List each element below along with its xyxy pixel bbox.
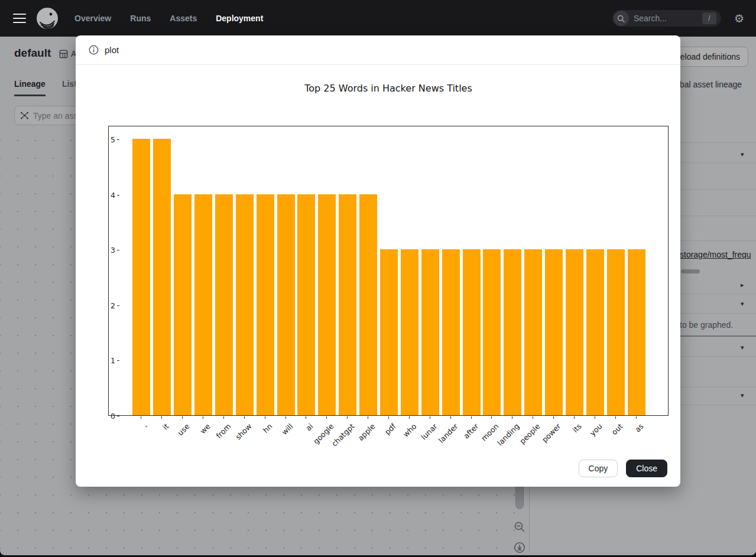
x-tick-label: power xyxy=(540,422,563,444)
x-tick-label: landing xyxy=(496,422,521,447)
plot-dialog: plot Top 25 Words in Hacker News Titles … xyxy=(76,35,680,487)
copy-button[interactable]: Copy xyxy=(579,460,618,477)
x-tick-mark xyxy=(471,416,472,419)
x-tick-label: lunar xyxy=(419,422,439,441)
x-tick-mark xyxy=(512,416,512,419)
y-tick-mark xyxy=(117,416,119,416)
x-tick-mark xyxy=(553,416,554,419)
bar-people xyxy=(524,249,542,415)
bar-landing xyxy=(504,249,521,415)
search-icon xyxy=(614,11,629,26)
x-tick-label: apple xyxy=(356,422,377,442)
x-tick-label: will xyxy=(280,422,294,437)
x-tick-label: we xyxy=(198,422,212,435)
plot-dialog-header: plot xyxy=(76,35,680,65)
bar-google xyxy=(318,194,336,415)
bar-its xyxy=(566,249,583,415)
x-tick-mark xyxy=(491,416,492,419)
plot-dialog-footer: Copy Close xyxy=(579,460,667,477)
bar-we xyxy=(194,194,212,415)
x-tick-mark xyxy=(141,416,141,419)
bar-out xyxy=(607,249,625,415)
bar-chatgpt xyxy=(339,194,356,415)
x-tick-label: who xyxy=(401,422,418,439)
x-tick-label: it xyxy=(161,422,171,432)
x-tick-label: show xyxy=(233,422,253,441)
bar-will xyxy=(277,194,295,415)
x-tick-label: its xyxy=(570,422,583,434)
bar-lunar xyxy=(421,249,439,415)
bar-- xyxy=(132,139,150,415)
x-tick-label: pdf xyxy=(383,422,398,437)
x-tick-label: as xyxy=(633,422,645,434)
x-tick-label: out xyxy=(609,422,624,437)
x-tick-mark xyxy=(636,416,637,419)
x-tick-mark xyxy=(388,416,389,419)
bar-moon xyxy=(483,249,501,415)
x-tick-label: chatgpt xyxy=(330,422,356,448)
x-tick-mark xyxy=(285,416,286,419)
x-tick-mark xyxy=(368,416,368,419)
nav-item-deployment[interactable]: Deployment xyxy=(216,14,263,23)
plot-dialog-title: plot xyxy=(105,45,119,55)
global-search-input[interactable]: Search... / xyxy=(612,10,721,27)
bar-as xyxy=(628,249,645,415)
nav-item-runs[interactable]: Runs xyxy=(130,14,151,23)
x-tick-mark xyxy=(450,416,451,419)
nav-items: OverviewRunsAssetsDeployment xyxy=(74,14,263,23)
x-tick-mark xyxy=(347,416,348,419)
x-tick-mark xyxy=(244,416,245,419)
x-tick-label: use xyxy=(176,422,192,437)
menu-icon[interactable] xyxy=(13,14,26,23)
bar-pdf xyxy=(380,249,398,415)
nav-item-overview[interactable]: Overview xyxy=(74,14,111,23)
bar-from xyxy=(215,194,233,415)
settings-gear-icon[interactable]: ⚙ xyxy=(734,13,744,24)
x-tick-mark xyxy=(409,416,410,419)
x-tick-mark xyxy=(595,416,595,419)
bar-after xyxy=(463,249,481,415)
plot-figure: Top 25 Words in Hacker News Titles 01234… xyxy=(76,65,680,455)
x-tick-label: after xyxy=(462,422,481,441)
bar-apple xyxy=(359,194,377,415)
bar-show xyxy=(236,194,254,415)
x-tick-mark xyxy=(615,416,616,419)
bar-ai xyxy=(297,194,315,415)
x-tick-label: people xyxy=(518,422,542,446)
x-tick-mark xyxy=(574,416,575,419)
x-tick-label: - xyxy=(142,422,150,430)
x-tick-mark xyxy=(533,416,533,419)
x-tick-label: hn xyxy=(261,422,274,435)
x-tick-mark xyxy=(306,416,306,419)
search-shortcut-chip: / xyxy=(702,12,716,24)
nav-item-assets[interactable]: Assets xyxy=(170,14,197,23)
x-tick-mark xyxy=(203,416,203,419)
close-button[interactable]: Close xyxy=(626,460,667,477)
bar-you xyxy=(586,249,604,415)
dagster-logo-icon[interactable] xyxy=(35,6,59,30)
x-tick-label: ai xyxy=(304,422,315,432)
bar-use xyxy=(174,194,192,415)
bar-who xyxy=(401,249,418,415)
search-placeholder: Search... xyxy=(634,14,702,23)
info-icon xyxy=(89,45,99,55)
x-tick-mark xyxy=(223,416,224,419)
x-tick-mark xyxy=(161,416,162,419)
x-tick-mark xyxy=(326,416,327,419)
x-tick-label: lander xyxy=(436,422,459,445)
bar-lander xyxy=(442,249,460,415)
x-tick-label: from xyxy=(214,422,232,440)
bar-hn xyxy=(257,194,274,415)
bar-it xyxy=(153,139,171,415)
chart-title: Top 25 Words in Hacker News Titles xyxy=(108,83,669,94)
x-tick-mark xyxy=(265,416,265,419)
x-tick-label: you xyxy=(588,422,604,438)
bar-power xyxy=(545,249,563,415)
chart-plot-area xyxy=(108,126,669,416)
top-nav: OverviewRunsAssetsDeployment Search... /… xyxy=(0,0,756,37)
x-tick-mark xyxy=(182,416,183,419)
x-tick-mark xyxy=(430,416,430,419)
